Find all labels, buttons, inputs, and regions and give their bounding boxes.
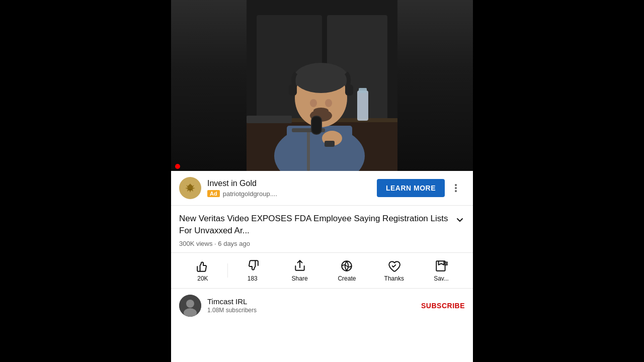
svg-point-28	[455, 187, 457, 189]
ad-banner: Invest in Gold Ad patriotgoldgroup.... L…	[171, 171, 473, 206]
ad-badge: Ad	[207, 190, 220, 197]
thanks-icon	[387, 259, 401, 273]
svg-rect-13	[289, 84, 297, 96]
video-player[interactable]	[171, 0, 473, 171]
save-label: Sav...	[434, 275, 449, 282]
channel-subscribers: 1.08M subscribers	[207, 307, 421, 314]
video-info: New Veritas Video EXPOSES FDA Employee S…	[171, 206, 473, 253]
channel-avatar-image	[179, 295, 201, 317]
video-title: New Veritas Video EXPOSES FDA Employee S…	[179, 213, 451, 237]
ad-more-options-button[interactable]	[447, 179, 465, 197]
svg-point-27	[455, 184, 457, 186]
svg-rect-6	[359, 88, 367, 93]
thumbs-down-icon	[246, 259, 260, 273]
create-label: Create	[338, 275, 356, 282]
eagle-icon	[183, 181, 197, 195]
svg-rect-5	[357, 90, 368, 121]
like-count: 20K	[197, 275, 208, 282]
ad-info: Invest in Gold Ad patriotgoldgroup....	[207, 178, 377, 198]
svg-point-18	[313, 108, 329, 114]
svg-rect-7	[247, 116, 292, 123]
svg-point-35	[186, 300, 194, 308]
svg-point-16	[325, 99, 332, 107]
like-button[interactable]: 20K	[179, 259, 226, 282]
thanks-button[interactable]: Thanks	[370, 259, 418, 282]
channel-name[interactable]: Timcast IRL	[207, 297, 421, 306]
ad-avatar	[179, 177, 201, 199]
dislike-count: 183	[248, 275, 258, 282]
svg-rect-19	[307, 131, 310, 171]
share-button[interactable]: Share	[276, 259, 324, 282]
learn-more-button[interactable]: LEARN MORE	[377, 179, 445, 197]
ad-url: patriotgoldgroup....	[223, 190, 277, 198]
ad-title: Invest in Gold	[207, 178, 377, 189]
thanks-label: Thanks	[384, 275, 404, 282]
subscribe-button[interactable]: SUBSCRIBE	[421, 298, 465, 314]
svg-rect-12	[294, 73, 348, 85]
video-thumbnail-image	[247, 0, 397, 171]
thumbs-up-icon	[196, 259, 210, 273]
channel-avatar[interactable]	[179, 295, 201, 317]
channel-info: Timcast IRL 1.08M subscribers	[207, 297, 421, 314]
dislike-button[interactable]: 183	[229, 259, 276, 282]
live-indicator	[175, 164, 180, 169]
more-options-icon	[451, 183, 461, 193]
svg-point-29	[455, 190, 457, 192]
svg-point-15	[310, 99, 317, 107]
video-meta: 300K views · 6 days ago	[179, 240, 465, 247]
save-icon	[434, 259, 448, 273]
expand-chevron-icon[interactable]	[455, 215, 465, 225]
channel-row: Timcast IRL 1.08M subscribers SUBSCRIBE	[171, 289, 473, 323]
share-label: Share	[292, 275, 308, 282]
share-icon	[293, 259, 307, 273]
action-bar: 20K 183 Share	[171, 253, 473, 289]
create-icon	[340, 259, 354, 273]
save-button[interactable]: Sav...	[418, 259, 465, 282]
create-button[interactable]: Create	[323, 259, 370, 282]
svg-rect-24	[325, 141, 335, 147]
svg-rect-14	[345, 84, 353, 96]
svg-rect-22	[312, 117, 321, 134]
